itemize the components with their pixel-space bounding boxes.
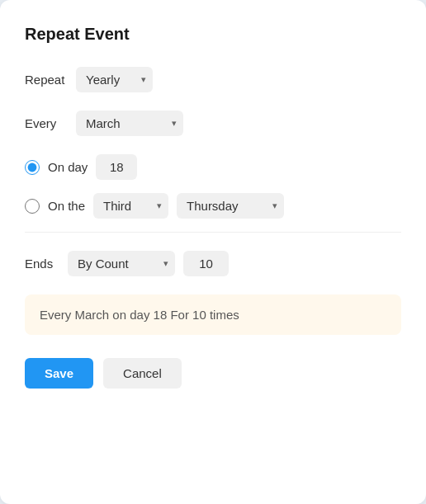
- repeat-select-wrapper: Yearly Daily Weekly Monthly ▾: [76, 67, 153, 92]
- every-label: Every: [25, 116, 68, 130]
- repeat-label: Repeat: [25, 73, 68, 87]
- weekday-select[interactable]: SundayMondayTuesday WednesdayThursday Fr…: [177, 193, 284, 219]
- weekday-select-wrapper: SundayMondayTuesday WednesdayThursday Fr…: [177, 193, 284, 219]
- repeat-event-dialog: Repeat Event Repeat Yearly Daily Weekly …: [0, 0, 426, 504]
- button-row: Save Cancel: [25, 358, 401, 389]
- every-select[interactable]: JanuaryFebruaryMarch AprilMayJune JulyAu…: [76, 111, 183, 136]
- occurrence-section: On day On the FirstSecondThird FourthLas…: [25, 154, 401, 219]
- cancel-button[interactable]: Cancel: [103, 358, 182, 389]
- on-the-radio-label: On the: [48, 199, 85, 213]
- day-number-input[interactable]: [96, 154, 137, 180]
- summary-box: Every March on day 18 For 10 times: [25, 294, 401, 335]
- on-the-row: On the FirstSecondThird FourthLast ▾ Sun…: [25, 193, 401, 219]
- divider: [25, 232, 401, 233]
- count-input[interactable]: [183, 251, 229, 276]
- on-day-radio[interactable]: [25, 160, 40, 175]
- ends-label: Ends: [25, 257, 59, 271]
- dialog-title: Repeat Event: [25, 25, 401, 44]
- every-select-wrapper: JanuaryFebruaryMarch AprilMayJune JulyAu…: [76, 111, 183, 136]
- save-button[interactable]: Save: [25, 358, 93, 389]
- every-row: Every JanuaryFebruaryMarch AprilMayJune …: [25, 111, 401, 136]
- repeat-select[interactable]: Yearly Daily Weekly Monthly: [76, 67, 153, 92]
- ends-type-select[interactable]: NeverBy CountBy Date: [68, 251, 175, 276]
- ends-row: Ends NeverBy CountBy Date ▾: [25, 251, 401, 276]
- on-day-radio-label: On day: [48, 160, 88, 174]
- ordinal-select[interactable]: FirstSecondThird FourthLast: [93, 193, 168, 219]
- on-the-radio[interactable]: [25, 199, 40, 214]
- on-day-row: On day: [25, 154, 401, 180]
- summary-text: Every March on day 18 For 10 times: [40, 308, 239, 322]
- ordinal-select-wrapper: FirstSecondThird FourthLast ▾: [93, 193, 168, 219]
- ends-type-wrapper: NeverBy CountBy Date ▾: [68, 251, 175, 276]
- repeat-row: Repeat Yearly Daily Weekly Monthly ▾: [25, 67, 401, 92]
